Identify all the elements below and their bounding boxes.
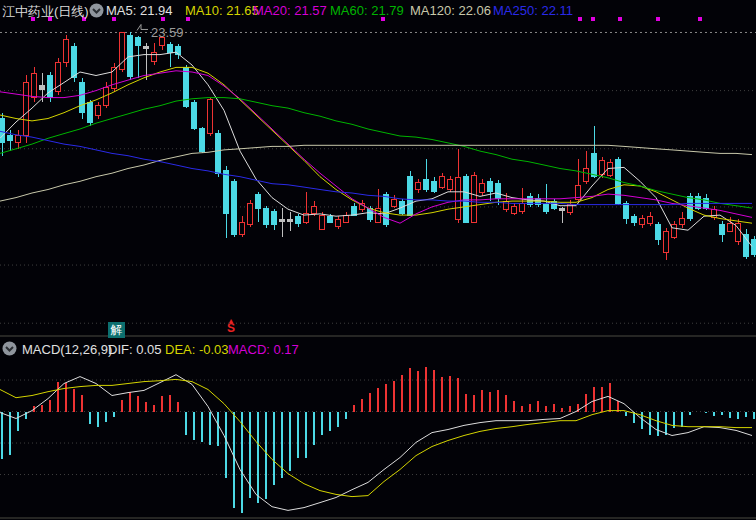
ma5-legend: MA5: 21.94 bbox=[106, 3, 173, 18]
ma10-legend: MA10: 21.65 bbox=[185, 3, 259, 18]
macd-hist-value: MACD: 0.17 bbox=[228, 342, 299, 357]
ma250-legend: MA250: 22.11 bbox=[493, 3, 573, 18]
sell-letter: S bbox=[227, 321, 235, 335]
macd-indicator-title[interactable]: MACD(12,26,9) bbox=[22, 342, 112, 357]
jie-badge[interactable]: 解 bbox=[108, 322, 125, 338]
sell-signal-marker: ▲S bbox=[224, 318, 238, 333]
ma20-legend: MA20: 21.57 bbox=[253, 3, 327, 18]
macd-dea-value: DEA: -0.03 bbox=[165, 342, 229, 357]
high-price-label: 23.59 bbox=[151, 25, 184, 40]
stock-chart-app: 江中药业(日线) MA5: 21.94 MA10: 21.65 MA20: 21… bbox=[0, 0, 756, 520]
macd-collapse-chevron-icon[interactable] bbox=[2, 341, 17, 356]
macd-dif-value: DIF: 0.05 bbox=[108, 342, 161, 357]
collapse-chevron-icon[interactable] bbox=[89, 3, 104, 18]
symbol-title: 江中药业(日线) bbox=[2, 3, 89, 21]
ma120-legend: MA120: 22.06 bbox=[410, 3, 491, 18]
ma60-legend: MA60: 21.79 bbox=[330, 3, 404, 18]
chart-canvas[interactable] bbox=[0, 0, 756, 520]
